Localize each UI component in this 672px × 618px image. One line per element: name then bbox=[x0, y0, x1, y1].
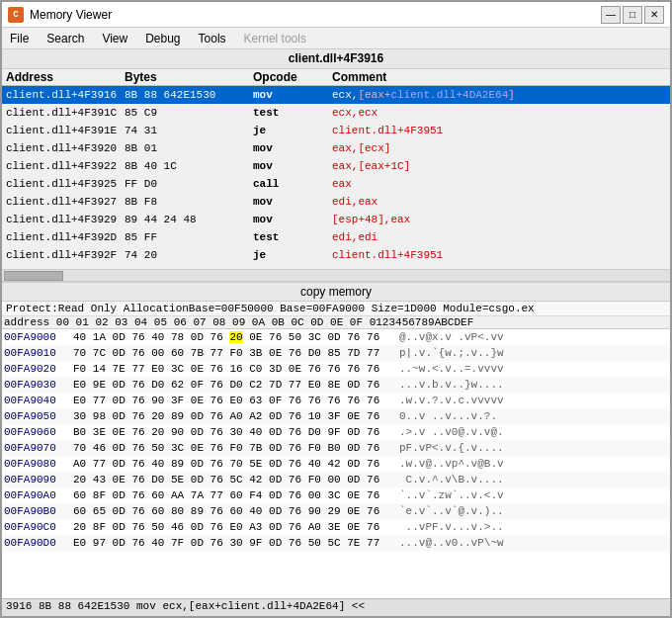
disasm-opcode: test bbox=[249, 231, 328, 243]
disasm-row[interactable]: client.dll+4F392D 85 FF test edi,edi bbox=[2, 228, 670, 246]
hex-row-ascii: .w.v.?.v.c.vvvvv bbox=[399, 395, 528, 406]
close-button[interactable]: ✕ bbox=[644, 6, 664, 24]
window-title: Memory Viewer bbox=[30, 8, 112, 22]
minimize-button[interactable]: — bbox=[601, 6, 621, 24]
hex-row[interactable]: 00FA9070 70 46 0D 76 50 3C 0E 76 F0 7B 0… bbox=[2, 440, 670, 456]
hex-body[interactable]: 00FA9000 40 1A 0D 76 40 78 0D 76 20 0E 7… bbox=[2, 329, 670, 598]
menu-file[interactable]: File bbox=[6, 31, 33, 46]
disasm-operand: ecx,ecx bbox=[328, 107, 546, 119]
col-header-address: Address bbox=[2, 69, 121, 85]
hex-row[interactable]: 00FA90D0 E0 97 0D 76 40 7F 0D 76 30 9F 0… bbox=[2, 535, 670, 551]
col-header-comment: Comment bbox=[328, 69, 670, 85]
hex-row-bytes: 20 43 0E 76 D0 5E 0D 76 5C 42 0D 76 F0 0… bbox=[73, 474, 399, 486]
horizontal-scrollbar[interactable] bbox=[2, 269, 670, 281]
disasm-operand: eax,[ecx] bbox=[328, 142, 546, 154]
hex-row[interactable]: 00FA9010 70 7C 0D 76 00 60 7B 77 F0 3B 0… bbox=[2, 345, 670, 361]
disasm-opcode: mov bbox=[249, 142, 328, 154]
disasm-addr: client.dll+4F392F bbox=[2, 249, 121, 261]
hex-row-ascii: .>.v ..v0@.v.v@. bbox=[399, 426, 528, 438]
hex-row-bytes: E0 9E 0D 76 D0 62 0F 76 D0 C2 7D 77 E0 8… bbox=[73, 379, 399, 391]
hex-row[interactable]: 00FA9000 40 1A 0D 76 40 78 0D 76 20 0E 7… bbox=[2, 329, 670, 345]
disasm-addr: client.dll+4F3929 bbox=[2, 214, 121, 225]
maximize-button[interactable]: □ bbox=[623, 6, 642, 24]
hex-row-addr: 00FA9050 bbox=[4, 410, 73, 422]
disasm-bytes: FF D0 bbox=[121, 178, 249, 190]
disasm-opcode: je bbox=[249, 249, 328, 261]
title-bar: C Memory Viewer — □ ✕ bbox=[2, 2, 670, 28]
hex-row-addr: 00FA9040 bbox=[4, 395, 73, 406]
disasm-bytes: 74 20 bbox=[121, 249, 249, 261]
hex-row-bytes: B0 3E 0E 76 20 90 0D 76 30 40 0D 76 D0 9… bbox=[73, 426, 399, 438]
menu-view[interactable]: View bbox=[98, 31, 131, 46]
hex-section: Protect:Read Only AllocationBase=00F5000… bbox=[2, 302, 670, 598]
disasm-bytes: 85 C9 bbox=[121, 107, 249, 119]
disasm-addr: client.dll+4F391C bbox=[2, 107, 121, 119]
disasm-header: Address Bytes Opcode Comment bbox=[2, 69, 670, 86]
hex-row-addr: 00FA90D0 bbox=[4, 537, 73, 549]
hex-row-addr: 00FA9010 bbox=[4, 347, 73, 359]
disasm-addr: client.dll+4F3922 bbox=[2, 160, 121, 172]
disasm-row[interactable]: client.dll+4F3927 8B F8 mov edi,eax bbox=[2, 193, 670, 211]
hex-row-addr: 00FA9090 bbox=[4, 474, 73, 486]
disasm-row[interactable]: client.dll+4F3929 89 44 24 48 mov [esp+4… bbox=[2, 211, 670, 228]
disasm-body[interactable]: client.dll+4F3916 8B 88 642E1530 mov ecx… bbox=[2, 86, 670, 269]
disasm-row[interactable]: client.dll+4F3925 FF D0 call eax bbox=[2, 175, 670, 193]
hex-row-addr: 00FA9030 bbox=[4, 379, 73, 391]
hex-row-bytes: 60 8F 0D 76 60 AA 7A 77 60 F4 0D 76 00 3… bbox=[73, 489, 399, 501]
menu-tools[interactable]: Tools bbox=[195, 31, 230, 46]
disasm-operand: edi,edi bbox=[328, 231, 546, 243]
disasm-addr: client.dll+4F3920 bbox=[2, 142, 121, 154]
disasm-opcode: mov bbox=[249, 196, 328, 208]
menu-debug[interactable]: Debug bbox=[141, 31, 184, 46]
disasm-row[interactable]: client.dll+4F3916 8B 88 642E1530 mov ecx… bbox=[2, 86, 670, 104]
hex-row-addr: 00FA9000 bbox=[4, 331, 73, 343]
menu-search[interactable]: Search bbox=[42, 31, 88, 46]
hex-row[interactable]: 00FA9080 A0 77 0D 76 40 89 0D 76 70 5E 0… bbox=[2, 456, 670, 472]
hex-row-bytes: E0 77 0D 76 90 3F 0E 76 E0 63 0F 76 76 7… bbox=[73, 395, 399, 406]
disasm-opcode: mov bbox=[249, 89, 328, 101]
hex-row[interactable]: 00FA9040 E0 77 0D 76 90 3F 0E 76 E0 63 0… bbox=[2, 393, 670, 408]
hex-row-bytes: 60 65 0D 76 60 80 89 76 60 40 0D 76 90 2… bbox=[73, 505, 399, 517]
disasm-operand: eax bbox=[328, 178, 546, 190]
address-bar: client.dll+4F3916 bbox=[2, 49, 670, 69]
hex-row[interactable]: 00FA9090 20 43 0E 76 D0 5E 0D 76 5C 42 0… bbox=[2, 472, 670, 487]
hex-row[interactable]: 00FA90B0 60 65 0D 76 60 80 89 76 60 40 0… bbox=[2, 503, 670, 519]
hex-row-ascii: `e.v`..v`@.v.).. bbox=[399, 505, 528, 517]
hex-row-bytes: A0 77 0D 76 40 89 0D 76 70 5E 0D 76 40 4… bbox=[73, 458, 399, 470]
title-bar-left: C Memory Viewer bbox=[8, 7, 112, 23]
disasm-bytes: 8B 40 1C bbox=[121, 160, 249, 172]
hex-row[interactable]: 00FA90C0 20 8F 0D 76 50 46 0D 76 E0 A3 0… bbox=[2, 519, 670, 535]
hex-row-bytes: 30 98 0D 76 20 89 0D 76 A0 A2 0D 76 10 3… bbox=[73, 410, 399, 422]
hex-row[interactable]: 00FA90A0 60 8F 0D 76 60 AA 7A 77 60 F4 0… bbox=[2, 487, 670, 503]
disasm-addr: client.dll+4F3916 bbox=[2, 89, 121, 101]
hex-row[interactable]: 00FA9030 E0 9E 0D 76 D0 62 0F 76 D0 C2 7… bbox=[2, 377, 670, 393]
scrollbar-thumb[interactable] bbox=[4, 271, 63, 281]
disasm-bytes: 8B F8 bbox=[121, 196, 249, 208]
disasm-opcode: call bbox=[249, 178, 328, 190]
hex-row[interactable]: 00FA9050 30 98 0D 76 20 89 0D 76 A0 A2 0… bbox=[2, 408, 670, 424]
disasm-row[interactable]: client.dll+4F3922 8B 40 1C mov eax,[eax+… bbox=[2, 157, 670, 175]
disasm-operand: eax,[eax+1C] bbox=[328, 160, 546, 172]
hex-row-ascii: ..vPF.v...v.>.. bbox=[399, 521, 528, 533]
hex-row-ascii: @..v@x.v .vP<.vv bbox=[399, 331, 528, 343]
disasm-row[interactable]: client.dll+4F391C 85 C9 test ecx,ecx bbox=[2, 104, 670, 122]
disasm-addr: client.dll+4F392D bbox=[2, 231, 121, 243]
hex-row-ascii: ..~w.<.v..=.vvvv bbox=[399, 363, 528, 375]
disasm-operand: ecx,[eax+client.dll+4DA2E64] bbox=[328, 89, 546, 101]
hex-row-ascii: ...v.b.v..}w.... bbox=[399, 379, 528, 391]
disasm-operand: edi,eax bbox=[328, 196, 546, 208]
hex-row-ascii: `..v`.zw`..v.<.v bbox=[399, 489, 528, 501]
disasm-row[interactable]: client.dll+4F3920 8B 01 mov eax,[ecx] bbox=[2, 139, 670, 157]
hex-row-addr: 00FA90C0 bbox=[4, 521, 73, 533]
disasm-addr: client.dll+4F3927 bbox=[2, 196, 121, 208]
disasm-bytes: 85 FF bbox=[121, 231, 249, 243]
disasm-addr: client.dll+4F3925 bbox=[2, 178, 121, 190]
disasm-row[interactable]: client.dll+4F392F 74 20 je client.dll+4F… bbox=[2, 246, 670, 264]
hex-row[interactable]: 00FA9060 B0 3E 0E 76 20 90 0D 76 30 40 0… bbox=[2, 424, 670, 440]
copy-memory-bar: copy memory bbox=[2, 282, 670, 302]
menubar: File Search View Debug Tools Kernel tool… bbox=[2, 28, 670, 49]
disasm-row[interactable]: client.dll+4F391E 74 31 je client.dll+4F… bbox=[2, 122, 670, 139]
hex-row[interactable]: 00FA9020 F0 14 7E 77 E0 3C 0E 76 16 C0 3… bbox=[2, 361, 670, 377]
disasm-opcode: mov bbox=[249, 160, 328, 172]
hex-row-ascii: .w.v@..vp^.v@B.v bbox=[399, 458, 528, 470]
